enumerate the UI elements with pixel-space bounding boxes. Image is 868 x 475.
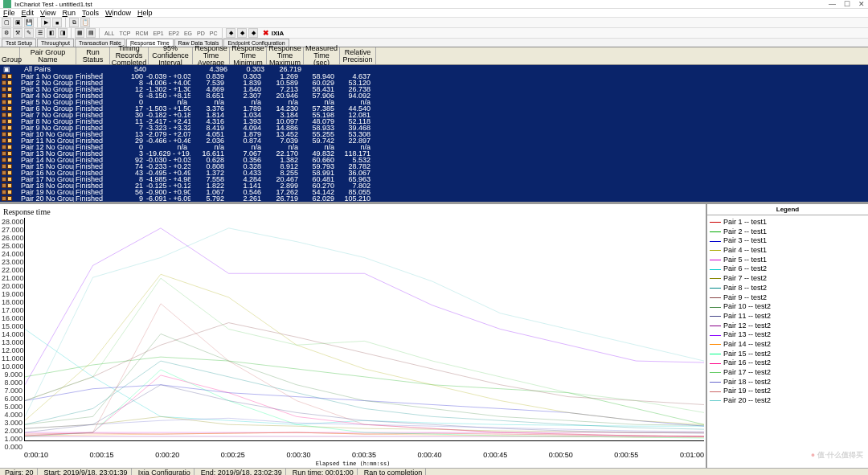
legend-item[interactable]: Pair 10 -- test2	[710, 302, 866, 312]
minimize-button[interactable]: —	[829, 0, 836, 8]
plot-area[interactable]	[24, 218, 704, 441]
tool-paste-icon[interactable]: 📋	[80, 18, 90, 27]
filter-tcp[interactable]: TCP	[117, 31, 132, 36]
filter-ep1[interactable]: EP1	[151, 31, 165, 36]
tool-x2-icon[interactable]: ◆	[248, 28, 258, 38]
y-axis: 28.00027.00026.00025.00024.00023.00022.0…	[2, 218, 24, 451]
tool-stop-icon[interactable]: ■	[52, 18, 62, 27]
menu-edit[interactable]: Edit	[22, 9, 35, 17]
col-header[interactable]: Pair Group Name	[20, 47, 76, 64]
menu-help[interactable]: Help	[137, 9, 153, 17]
legend-item[interactable]: Pair 5 -- test1	[710, 256, 866, 265]
legend-item[interactable]: Pair 17 -- test2	[710, 368, 866, 378]
legend-item[interactable]: Pair 9 -- test2	[710, 293, 866, 303]
tool-x1-icon[interactable]: ◆	[237, 28, 247, 38]
legend-item[interactable]: Pair 7 -- test2	[710, 274, 866, 284]
chart-title: Response time	[2, 207, 704, 216]
menu-tools[interactable]: Tools	[82, 9, 99, 17]
window-titlebar: IxChariot Test - untitled1.tst — ☐ ✕	[0, 0, 868, 9]
tool-open-icon[interactable]: ▣	[13, 18, 23, 27]
menu-run[interactable]: Run	[62, 9, 76, 17]
tool-b-icon[interactable]: ⚒	[13, 28, 23, 38]
status-bar: Pairs: 20 Start: 2019/9/18, 23:01:39 Ixi…	[0, 468, 868, 475]
legend-item[interactable]: Pair 11 -- test2	[710, 312, 866, 321]
col-header[interactable]: 95% Confidence Interval	[149, 47, 193, 64]
tool-save-icon[interactable]: 💾	[24, 18, 34, 27]
table-row[interactable]: Pair 20 No GroupFinished9-6.091 - +6.091…	[0, 195, 868, 202]
tool-h-icon[interactable]: ▤	[86, 28, 96, 38]
toolbar-1: ▢ ▣ 💾 ▶ ■ ⧉ 📋	[0, 18, 868, 28]
status-start: Start: 2019/9/18, 23:01:39	[41, 469, 132, 475]
tool-e-icon[interactable]: ◧	[47, 28, 56, 38]
legend-item[interactable]: Pair 13 -- test2	[710, 330, 866, 340]
legend-items: Pair 1 -- test1Pair 2 -- test1Pair 3 -- …	[707, 215, 868, 408]
window-title: IxChariot Test - untitled1.tst	[14, 1, 829, 8]
legend-item[interactable]: Pair 4 -- test1	[710, 246, 866, 256]
col-header[interactable]: Run Status	[76, 47, 110, 64]
legend-item[interactable]: Pair 6 -- test2	[710, 264, 866, 274]
data-pane: GroupPair Group NameRun StatusTiming Rec…	[0, 47, 868, 203]
close-button[interactable]: ✕	[858, 0, 865, 8]
filter-rcm[interactable]: RCM	[133, 31, 149, 36]
status-result: Ran to completion	[361, 469, 427, 475]
menu-bar: FileEditViewRunToolsWindowHelp	[0, 9, 868, 18]
legend-item[interactable]: Pair 3 -- test1	[710, 236, 866, 246]
filter-eg[interactable]: EG	[182, 31, 194, 36]
legend-item[interactable]: Pair 8 -- test2	[710, 284, 866, 293]
data-grid[interactable]: ▣All Pairs5404.3960.30326.719 Pair 1 No …	[0, 65, 868, 202]
col-header[interactable]: Measured Time (sec)	[304, 47, 340, 64]
status-runtime: Run time: 00:01:00	[289, 469, 358, 475]
status-config: Ixia Configuratio	[135, 469, 194, 475]
filter-ep2[interactable]: EP2	[167, 31, 181, 36]
legend-item[interactable]: Pair 1 -- test1	[710, 218, 866, 227]
tool-a-icon[interactable]: ⚙	[2, 28, 11, 38]
legend-pane: Legend Pair 1 -- test1Pair 2 -- test1Pai…	[707, 204, 868, 468]
menu-view[interactable]: View	[40, 9, 55, 17]
filter-pc[interactable]: PC	[208, 31, 219, 36]
ixia-logo: ✖ IXIA	[263, 29, 284, 37]
legend-item[interactable]: Pair 2 -- test1	[710, 227, 866, 237]
tool-new-icon[interactable]: ▢	[2, 18, 11, 27]
legend-title: Legend	[707, 204, 868, 215]
legend-item[interactable]: Pair 16 -- test2	[710, 358, 866, 368]
tool-f-icon[interactable]: ◨	[58, 28, 68, 38]
tool-d-icon[interactable]: ☰	[35, 28, 45, 38]
legend-item[interactable]: Pair 14 -- test2	[710, 340, 866, 350]
tool-x0-icon[interactable]: ◆	[226, 28, 235, 38]
tool-c-icon[interactable]: ✎	[24, 28, 34, 38]
col-header[interactable]: Group	[0, 47, 20, 64]
legend-item[interactable]: Pair 20 -- test2	[710, 396, 866, 406]
x-axis: 0:00:100:00:150:00:200:00:250:00:300:00:…	[2, 451, 704, 461]
menu-file[interactable]: File	[3, 9, 15, 17]
legend-item[interactable]: Pair 19 -- test2	[710, 387, 866, 396]
x-axis-label: Elapsed time (h:mm:ss)	[2, 461, 704, 468]
legend-item[interactable]: Pair 15 -- test2	[710, 350, 866, 359]
tool-run-icon[interactable]: ▶	[41, 18, 51, 27]
col-header[interactable]: Response Time Minimum	[230, 47, 267, 64]
status-end: End: 2019/9/18, 23:02:39	[198, 469, 286, 475]
col-header[interactable]: Relative Precision	[340, 47, 376, 64]
menu-window[interactable]: Window	[105, 9, 131, 17]
tool-g-icon[interactable]: ▦	[75, 28, 84, 38]
chart-pane: Response time 28.00027.00026.00025.00024…	[0, 204, 707, 468]
chart-section: Response time 28.00027.00026.00025.00024…	[0, 203, 868, 468]
tab-throughput[interactable]: Throughput	[37, 39, 74, 47]
app-icon	[3, 0, 11, 8]
col-header[interactable]: Response Time Average	[193, 47, 230, 64]
status-pairs: Pairs: 20	[2, 469, 38, 475]
col-header[interactable]: Timing Records Completed	[110, 47, 149, 64]
filter-all[interactable]: ALL	[103, 31, 116, 36]
legend-item[interactable]: Pair 18 -- test2	[710, 378, 866, 387]
maximize-button[interactable]: ☐	[844, 0, 850, 8]
legend-item[interactable]: Pair 12 -- test2	[710, 321, 866, 331]
filter-pd[interactable]: PD	[195, 31, 207, 36]
col-header[interactable]: Response Time Maximum	[267, 47, 304, 64]
table-header: GroupPair Group NameRun StatusTiming Rec…	[0, 47, 868, 65]
tab-test-setup[interactable]: Test Setup	[2, 39, 36, 47]
toolbar-2: ⚙ ⚒ ✎ ☰ ◧ ◨ ▦ ▤ ALLTCPRCMEP1EP2EGPDPC◆◆◆…	[0, 28, 868, 39]
tool-copy-icon[interactable]: ⧉	[69, 18, 79, 27]
